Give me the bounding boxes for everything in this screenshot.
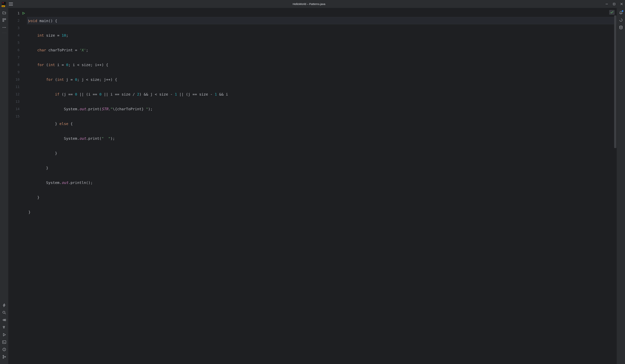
svg-point-20 xyxy=(3,358,4,359)
code-line[interactable]: } xyxy=(27,164,617,172)
gutter-row[interactable]: 7 xyxy=(8,54,27,61)
editor[interactable]: 1 2 3 4 5 6 7 8 9 10 11 12 13 14 15 xyxy=(8,8,617,364)
code-line[interactable]: void main() { xyxy=(27,17,617,24)
svg-point-21 xyxy=(5,357,5,357)
gutter-row[interactable]: 5 xyxy=(8,39,27,46)
line-number: 2 xyxy=(15,19,20,23)
line-number: 1 xyxy=(15,11,20,15)
gutter-row[interactable]: 2 xyxy=(8,17,27,24)
line-number: 3 xyxy=(15,26,20,30)
svg-rect-6 xyxy=(3,20,4,22)
code-line[interactable]: char charToPrint = 'X'; xyxy=(27,46,617,54)
code-content[interactable]: void main() { int size = 10; char charTo… xyxy=(27,8,617,364)
code-line[interactable]: if (j == 0 || (i == 0 || i == size / 2) … xyxy=(27,91,617,98)
svg-marker-22 xyxy=(23,12,25,14)
run-config-icon[interactable] xyxy=(2,318,6,322)
ai-icon[interactable] xyxy=(619,18,623,22)
code-line[interactable]: } xyxy=(27,150,617,157)
svg-rect-5 xyxy=(5,19,6,20)
gutter-row[interactable]: 14 xyxy=(8,105,27,113)
problems-icon[interactable] xyxy=(2,347,6,352)
gutter: 1 2 3 4 5 6 7 8 9 10 11 12 13 14 15 xyxy=(8,8,27,364)
rail-separator xyxy=(2,33,7,33)
window-controls xyxy=(605,2,623,6)
gutter-row[interactable]: 12 xyxy=(8,91,27,98)
svg-rect-4 xyxy=(3,19,4,20)
gutter-row[interactable]: 3 xyxy=(8,24,27,32)
app-icon[interactable]: IJ EAP xyxy=(2,2,6,6)
titlebar: IJ EAP HelloWorld – Patterns.java xyxy=(0,0,625,8)
editor-scrollbar[interactable] xyxy=(614,8,617,364)
search-icon[interactable] xyxy=(2,311,6,315)
git-icon[interactable] xyxy=(2,355,6,359)
svg-point-10 xyxy=(3,311,5,313)
gutter-row[interactable]: 11 xyxy=(8,83,27,91)
project-icon[interactable] xyxy=(2,11,6,15)
line-number: 8 xyxy=(15,63,20,67)
structure-icon[interactable] xyxy=(2,18,6,22)
lightning-icon[interactable] xyxy=(2,303,6,307)
code-line[interactable]: int size = 10; xyxy=(27,32,617,39)
code-line[interactable]: System.out.print(STR."\{charToPrint} "); xyxy=(27,105,617,113)
line-number: 6 xyxy=(15,48,20,52)
right-tool-rail xyxy=(617,8,625,364)
gutter-row[interactable]: 13 xyxy=(8,98,27,105)
app-icon-badge: EAP xyxy=(2,5,5,7)
minimize-button[interactable] xyxy=(605,2,608,6)
ide-window: IJ EAP HelloWorld – Patterns.java xyxy=(0,0,625,364)
line-number: 15 xyxy=(15,115,20,118)
gutter-row[interactable]: 1 xyxy=(8,10,27,17)
database-icon[interactable] xyxy=(619,25,623,30)
code-line[interactable]: System.out.println(); xyxy=(27,179,617,186)
line-number: 11 xyxy=(15,85,20,89)
main-body: 1 2 3 4 5 6 7 8 9 10 11 12 13 14 15 xyxy=(0,8,625,364)
gutter-row[interactable]: 8 xyxy=(8,61,27,68)
run-gutter-icon[interactable] xyxy=(22,12,25,15)
line-number: 10 xyxy=(15,78,20,81)
code-line[interactable]: for (int j = 0; j < size; j++) { xyxy=(27,76,617,83)
maximize-button[interactable] xyxy=(612,2,616,6)
svg-point-9 xyxy=(5,27,6,28)
gutter-row[interactable]: 9 xyxy=(8,68,27,76)
svg-rect-1 xyxy=(613,3,615,5)
left-tool-rail xyxy=(0,8,8,364)
code-line[interactable]: } xyxy=(27,209,617,216)
svg-point-8 xyxy=(4,27,5,28)
more-icon[interactable] xyxy=(2,25,6,30)
code-line[interactable]: } else { xyxy=(27,120,617,127)
close-button[interactable] xyxy=(620,2,623,6)
main-menu-icon[interactable] xyxy=(9,2,13,5)
gutter-row[interactable]: 10 xyxy=(8,76,27,83)
run-icon[interactable] xyxy=(2,333,6,337)
gutter-row[interactable]: 4 xyxy=(8,32,27,39)
code-line[interactable]: } xyxy=(27,194,617,201)
code-line[interactable]: for (int i = 0; i < size; i++) { xyxy=(27,61,617,68)
notifications-icon[interactable] xyxy=(619,11,623,15)
svg-line-11 xyxy=(5,313,6,314)
svg-marker-13 xyxy=(4,319,6,321)
svg-point-23 xyxy=(620,26,622,27)
app-icon-text: IJ xyxy=(2,2,4,4)
line-number: 14 xyxy=(15,107,20,111)
code-line[interactable]: System.out.print(" "); xyxy=(27,135,617,142)
notification-dot xyxy=(622,10,623,12)
code-line[interactable] xyxy=(27,223,617,231)
build-icon[interactable] xyxy=(2,325,6,329)
line-number: 7 xyxy=(15,56,20,59)
svg-rect-15 xyxy=(2,341,6,344)
window-title: HelloWorld – Patterns.java xyxy=(13,2,605,5)
gutter-row[interactable]: 15 xyxy=(8,113,27,120)
line-number: 9 xyxy=(15,70,20,74)
scrollbar-thumb[interactable] xyxy=(614,15,616,148)
line-number: 12 xyxy=(15,92,20,96)
svg-point-7 xyxy=(2,27,3,28)
line-number: 4 xyxy=(15,33,20,37)
svg-point-18 xyxy=(4,350,4,350)
terminal-icon[interactable] xyxy=(2,340,6,344)
svg-point-19 xyxy=(3,355,4,356)
line-number: 5 xyxy=(15,41,20,45)
svg-marker-14 xyxy=(3,334,5,336)
line-number: 13 xyxy=(15,100,20,103)
gutter-row[interactable]: 6 xyxy=(8,46,27,54)
